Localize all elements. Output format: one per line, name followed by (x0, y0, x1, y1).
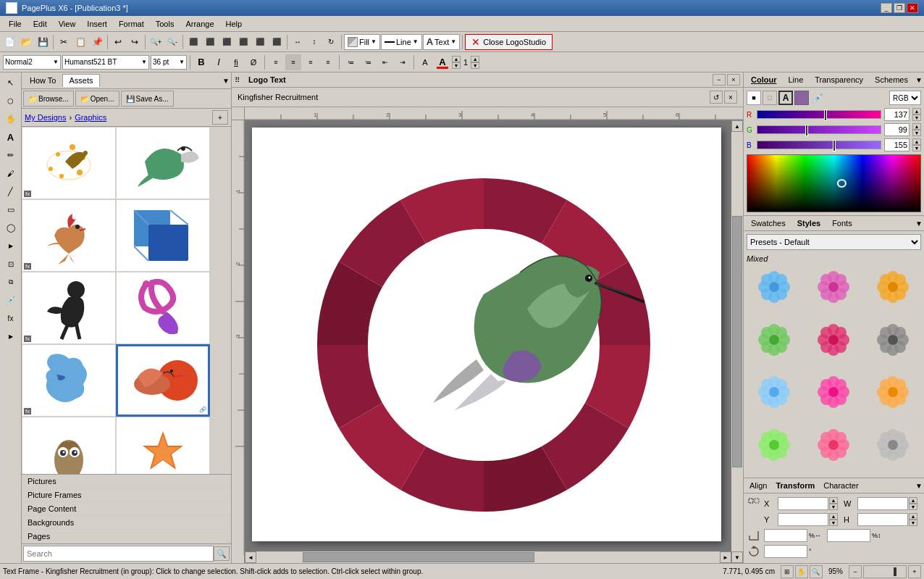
picture-frames-item[interactable]: Picture Frames (22, 488, 231, 502)
align-right-button[interactable]: ⬛ (219, 34, 235, 50)
tab-assets[interactable]: Assets (62, 74, 99, 87)
text-size-up[interactable]: ▲ (452, 56, 461, 62)
tab-align[interactable]: Align (745, 480, 771, 491)
style-flower-2[interactable] (806, 267, 862, 317)
w-down[interactable]: ▼ (909, 504, 917, 510)
page-spin[interactable]: ▲ ▼ (471, 56, 479, 69)
graphic-rooster[interactable]: fx (22, 199, 116, 272)
pictures-item[interactable]: Pictures (22, 475, 231, 488)
h-spin[interactable]: ▲ ▼ (909, 513, 917, 526)
effects-tool[interactable]: fx (2, 309, 20, 327)
style-flower-6[interactable] (865, 320, 921, 370)
align-left-text-button[interactable]: ≡ (268, 54, 284, 70)
indent-button[interactable]: ⇥ (395, 54, 411, 70)
bold-button[interactable]: B (193, 54, 209, 70)
presets-dropdown[interactable]: Presets - Default (747, 234, 921, 250)
graphic-owl[interactable] (22, 417, 116, 474)
g-spin[interactable]: ▲ ▼ (912, 123, 921, 136)
h-input[interactable]: 1.809 cm (857, 513, 908, 526)
page-content-item[interactable]: Page Content (22, 502, 231, 516)
tab-schemes[interactable]: Schemes (869, 74, 914, 86)
zoom-out-button[interactable]: 🔍- (164, 34, 180, 50)
menu-edit[interactable]: Edit (28, 18, 53, 30)
node-tool[interactable]: ⬡ (2, 92, 20, 109)
x-up[interactable]: ▲ (829, 497, 838, 504)
x-input[interactable]: 0.12 cm (778, 497, 828, 510)
b-thumb[interactable] (833, 140, 836, 151)
font-family-dropdown[interactable]: Humanst521 BT ▼ (62, 55, 149, 70)
r-slider[interactable] (757, 110, 881, 119)
menu-file[interactable]: File (3, 18, 28, 30)
restore-button[interactable]: ❐ (894, 3, 905, 13)
my-designs-link[interactable]: My Designs (25, 113, 66, 122)
scroll-left-button[interactable]: ◄ (245, 551, 256, 563)
tab-colour[interactable]: Colour (745, 74, 782, 86)
menu-arrange[interactable]: Arrange (180, 18, 219, 30)
align-center-text-button[interactable]: ≡ (285, 54, 301, 70)
copy-button[interactable]: 📋 (72, 34, 88, 50)
scroll-up-button[interactable]: ▲ (731, 120, 743, 132)
menu-insert[interactable]: Insert (81, 18, 113, 30)
style-flower-10[interactable] (747, 425, 803, 475)
r-spin[interactable]: ▲ ▼ (912, 108, 921, 121)
graphic-figure[interactable]: fx (22, 272, 116, 344)
scale-y-input[interactable]: 100% (827, 529, 870, 542)
outdent-button[interactable]: ⇤ (377, 54, 393, 70)
align-center-button[interactable]: ⬛ (202, 34, 218, 50)
style-flower-3[interactable] (865, 267, 921, 317)
tab-transform[interactable]: Transform (771, 480, 819, 491)
status-fit-button[interactable]: ⊞ (781, 565, 794, 578)
new-button[interactable]: 📄 (1, 34, 17, 50)
graphic-blue-shape[interactable] (116, 199, 210, 272)
zoom-thumb[interactable] (894, 567, 896, 576)
graphic-star[interactable] (116, 417, 210, 474)
close-button[interactable]: ✕ (907, 3, 918, 13)
flip-v-button[interactable]: ↕ (306, 34, 322, 50)
g-slider[interactable] (757, 125, 881, 134)
tab-styles[interactable]: Styles (791, 217, 826, 229)
colour-mode-dropdown[interactable]: RGB (889, 91, 921, 105)
zoom-slider[interactable] (863, 565, 907, 578)
style-flower-4[interactable] (747, 320, 803, 370)
scale-x-input[interactable]: 100% (764, 529, 807, 542)
w-input[interactable]: 15.859 cm (857, 497, 908, 510)
scroll-thumb-h[interactable] (303, 552, 534, 562)
vertical-scrollbar[interactable]: ▲ ▼ (731, 120, 743, 563)
r-thumb[interactable] (824, 109, 827, 121)
colour-picker[interactable] (747, 154, 921, 212)
b-slider[interactable] (757, 141, 881, 149)
cut-button[interactable]: ✂ (56, 34, 72, 50)
style-flower-7[interactable] (747, 372, 803, 422)
title-bar-controls[interactable]: _ ❐ ✕ (881, 3, 918, 13)
pencil-tool[interactable]: ✏ (2, 146, 20, 164)
tab-how-to[interactable]: How To (23, 74, 62, 87)
b-up[interactable]: ▲ (912, 138, 921, 145)
zoom-in-status-button[interactable]: + (908, 565, 921, 578)
pages-item[interactable]: Pages (22, 530, 231, 543)
minimize-button[interactable]: _ (881, 3, 892, 13)
open-button[interactable]: 📂 (18, 34, 34, 50)
b-spin[interactable]: ▲ ▼ (912, 138, 921, 151)
g-up[interactable]: ▲ (912, 123, 921, 130)
tab-swatches[interactable]: Swatches (745, 217, 791, 229)
y-spin[interactable]: ▲ ▼ (829, 513, 838, 526)
numbered-list-button[interactable]: ≔ (360, 54, 376, 70)
panel-close-x-button[interactable]: × (727, 74, 740, 86)
pan-tool[interactable]: ✋ (2, 110, 20, 128)
eyedropper-tool[interactable]: 💉 (2, 291, 20, 309)
h-up[interactable]: ▲ (909, 513, 917, 520)
fill-dropdown[interactable]: Fill ▼ (344, 34, 380, 50)
line-dropdown[interactable]: Line ▼ (381, 34, 422, 50)
logo-text-refresh-button[interactable]: ↺ (710, 91, 723, 104)
graphics-link[interactable]: Graphics (75, 113, 106, 122)
eyedropper-icon[interactable]: 💉 (810, 91, 825, 105)
zoom-out-status-button[interactable]: − (849, 565, 862, 578)
scroll-down-button[interactable]: ▼ (731, 551, 743, 563)
undo-button[interactable]: ↩ (110, 34, 126, 50)
align-panel-options[interactable]: ▼ (915, 482, 923, 490)
font-size-dropdown[interactable]: 36 pt ▼ (151, 55, 187, 70)
align-left-button[interactable]: ⬛ (185, 34, 201, 50)
align-right-text-button[interactable]: ≡ (303, 54, 319, 70)
b-value[interactable]: 155 (884, 138, 910, 151)
y-up[interactable]: ▲ (829, 513, 838, 520)
